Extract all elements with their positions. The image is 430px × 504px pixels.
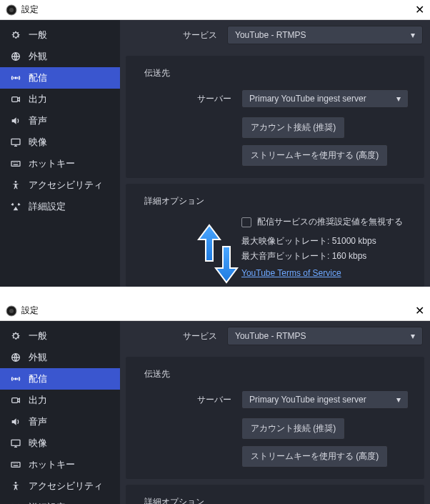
svg-point-9	[9, 309, 14, 313]
sidebar-label: 映像	[29, 437, 47, 450]
sidebar-item-advanced[interactable]: 詳細設定	[0, 497, 120, 504]
globe-icon	[10, 352, 21, 363]
youtube-tos-link[interactable]: YouTube Terms of Service	[134, 264, 416, 278]
sidebar-item-accessibility[interactable]: アクセシビリティ	[0, 174, 120, 196]
svg-point-11	[15, 378, 16, 380]
svg-rect-13	[11, 440, 20, 445]
svg-rect-12	[12, 398, 18, 403]
use-streamkey-button[interactable]: ストリームキーを使用する (高度)	[241, 445, 388, 468]
svg-rect-6	[11, 162, 20, 167]
svg-point-15	[15, 482, 17, 484]
sidebar-item-advanced[interactable]: 詳細設定	[0, 196, 120, 217]
sidebar-label: 外観	[29, 50, 47, 63]
chevron-down-icon: ▾	[396, 395, 401, 405]
max-video-bitrate: 最大映像ビットレート: 51000 kbps	[134, 234, 416, 249]
server-label: サーバー	[141, 394, 241, 406]
sidebar-label: 配信	[29, 372, 47, 385]
ignore-recommended-checkbox[interactable]	[241, 217, 251, 227]
sidebar-item-audio[interactable]: 音声	[0, 110, 120, 132]
service-value: YouTube - RTMPS	[235, 331, 306, 341]
tools-icon	[10, 201, 21, 212]
sidebar-label: アクセシビリティ	[29, 480, 103, 493]
obs-logo-icon	[6, 4, 17, 16]
svg-point-7	[15, 181, 17, 183]
service-select[interactable]: YouTube - RTMPS ▾	[227, 26, 423, 44]
sidebar: 一般 外観 配信 出力 音声 映像	[0, 321, 120, 504]
max-audio-bitrate: 最大音声ビットレート: 160 kbps	[134, 249, 416, 264]
sidebar-label: ホットキー	[29, 157, 75, 170]
server-value: Primary YouTube ingest server	[249, 395, 366, 405]
server-select[interactable]: Primary YouTube ingest server ▾	[241, 89, 409, 108]
sidebar-label: 映像	[29, 136, 47, 149]
sidebar-label: 出力	[29, 93, 47, 106]
use-streamkey-button[interactable]: ストリームキーを使用する (高度)	[241, 144, 388, 167]
accessibility-icon	[10, 480, 21, 492]
obs-logo-icon	[6, 305, 17, 317]
connect-account-button[interactable]: アカウント接続 (推奨)	[241, 417, 345, 440]
sidebar-label: 出力	[29, 394, 47, 407]
gear-icon	[10, 29, 21, 41]
sidebar-item-audio[interactable]: 音声	[0, 411, 120, 433]
sidebar-item-appearance[interactable]: 外観	[0, 347, 120, 368]
settings-window-bottom: 設定 ✕ 一般 外観 配信 出力 音声	[0, 301, 430, 504]
connect-account-button[interactable]: アカウント接続 (推奨)	[241, 117, 345, 139]
service-label: サービス	[127, 330, 227, 342]
main-panel: サービス YouTube - RTMPS ▾ 伝送先 サーバー Primary …	[120, 321, 430, 504]
sidebar-item-stream[interactable]: 配信	[0, 67, 120, 89]
close-button[interactable]: ✕	[415, 3, 424, 16]
sidebar-item-hotkeys[interactable]: ホットキー	[0, 454, 120, 475]
main-panel: サービス YouTube - RTMPS ▾ 伝送先 サーバー Primary …	[120, 20, 430, 287]
chevron-down-icon: ▾	[411, 30, 415, 40]
sidebar-label: 外観	[29, 351, 47, 364]
antenna-icon	[10, 72, 21, 84]
antenna-icon	[10, 373, 21, 385]
sidebar-label: 一般	[29, 330, 47, 342]
svg-point-1	[9, 8, 14, 12]
server-select[interactable]: Primary YouTube ingest server ▾	[241, 390, 409, 409]
speaker-icon	[10, 416, 21, 428]
speaker-icon	[10, 115, 21, 127]
window-title: 設定	[21, 4, 39, 16]
sidebar-label: ホットキー	[29, 458, 75, 471]
advanced-head: 詳細オプション	[134, 188, 416, 212]
service-value: YouTube - RTMPS	[235, 30, 306, 40]
sidebar-item-appearance[interactable]: 外観	[0, 46, 120, 67]
globe-icon	[10, 51, 21, 62]
chevron-down-icon: ▾	[411, 331, 415, 341]
svg-rect-4	[12, 97, 18, 102]
svg-point-3	[15, 77, 16, 79]
gear-icon	[10, 330, 21, 342]
sidebar-item-accessibility[interactable]: アクセシビリティ	[0, 475, 120, 497]
accessibility-icon	[10, 179, 21, 191]
sidebar-label: アクセシビリティ	[29, 179, 103, 192]
sidebar-item-output[interactable]: 出力	[0, 390, 120, 411]
sidebar-item-video[interactable]: 映像	[0, 433, 120, 454]
monitor-icon	[10, 137, 21, 148]
chevron-down-icon: ▾	[396, 94, 401, 104]
sidebar-item-stream[interactable]: 配信	[0, 368, 120, 390]
settings-window-top: 設定 ✕ 一般 外観 配信 出力 音声	[0, 0, 430, 287]
sidebar-item-general[interactable]: 一般	[0, 325, 120, 347]
close-button[interactable]: ✕	[415, 304, 424, 317]
sidebar-item-hotkeys[interactable]: ホットキー	[0, 153, 120, 174]
window-title: 設定	[21, 305, 39, 317]
destination-head: 伝送先	[134, 60, 416, 84]
sidebar-item-output[interactable]: 出力	[0, 89, 120, 110]
sidebar-item-video[interactable]: 映像	[0, 132, 120, 153]
sidebar-label: 音声	[29, 114, 47, 127]
server-label: サーバー	[141, 93, 241, 105]
service-select[interactable]: YouTube - RTMPS ▾	[227, 327, 423, 345]
service-label: サービス	[127, 29, 227, 41]
output-icon	[10, 94, 21, 105]
sidebar-label: 一般	[29, 29, 47, 41]
destination-head: 伝送先	[134, 361, 416, 385]
sidebar-item-general[interactable]: 一般	[0, 24, 120, 46]
titlebar: 設定 ✕	[0, 301, 430, 321]
keyboard-icon	[10, 158, 21, 169]
output-icon	[10, 395, 21, 406]
svg-rect-14	[11, 463, 20, 468]
advanced-head: 詳細オプション	[134, 489, 416, 504]
sidebar-label: 詳細設定	[29, 200, 66, 213]
sidebar: 一般 外観 配信 出力 音声 映像	[0, 20, 120, 287]
svg-rect-5	[11, 139, 20, 144]
